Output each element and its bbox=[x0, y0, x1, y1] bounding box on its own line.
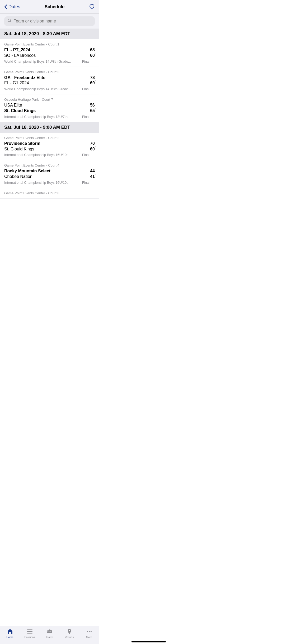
score1-2: 78 bbox=[90, 75, 95, 81]
team2-name-4: St. Clould Kings bbox=[4, 146, 68, 152]
game-status-2: Final bbox=[82, 87, 89, 91]
game-venue-5: Game Point Events Center - Court 4 bbox=[4, 163, 95, 167]
section-header-2: Sat. Jul 18, 2020 - 9:00 AM EDT bbox=[0, 122, 99, 133]
team2-name-1: SO - LA Broncos bbox=[4, 53, 68, 58]
game-status-1: Final bbox=[82, 59, 89, 63]
score1-1: 68 bbox=[90, 47, 95, 53]
game-division-1: World Championship Boys 14U/8th Grade... bbox=[4, 59, 82, 63]
content-scroll: Sat. Jul 18, 2020 - 8:30 AM EDT Game Poi… bbox=[0, 29, 99, 225]
game-division-3: International Championship Boys 13U/7th.… bbox=[4, 115, 82, 119]
score1-3: 56 bbox=[90, 103, 95, 108]
game-status-5: Final bbox=[82, 181, 89, 185]
game-teams-2: GA - Freebandz Elite FL - G1 2024 bbox=[4, 75, 84, 86]
team2-name-3: St. Cloud Kings bbox=[4, 108, 68, 114]
game-scores-2: 78 69 bbox=[84, 75, 95, 86]
score1-5: 44 bbox=[90, 168, 95, 174]
score2-1: 60 bbox=[90, 53, 95, 58]
game-scores-3: 56 65 bbox=[84, 103, 95, 114]
game-teams-5: Rocky Mountain Select Chobee Nation bbox=[4, 168, 84, 180]
game-card-4[interactable]: Game Point Events Center - Court 2 Provi… bbox=[0, 133, 99, 160]
section-header-1: Sat. Jul 18, 2020 - 8:30 AM EDT bbox=[0, 29, 99, 39]
team2-name-5: Chobee Nation bbox=[4, 174, 68, 180]
game-card-5[interactable]: Game Point Events Center - Court 4 Rocky… bbox=[0, 160, 99, 188]
game-card-2[interactable]: Game Point Events Center - Court 3 GA - … bbox=[0, 67, 99, 95]
chevron-icon-5: › bbox=[95, 172, 96, 176]
game-status-4: Final bbox=[82, 153, 89, 157]
game-card-3[interactable]: Osceola Heritage Park - Court 7 USA Elit… bbox=[0, 94, 99, 122]
game-venue-2: Game Point Events Center - Court 3 bbox=[4, 70, 95, 74]
game-venue-1: Game Point Events Center - Court 1 bbox=[4, 42, 95, 46]
team1-name-4: Providence Storm bbox=[4, 141, 68, 146]
game-scores-4: 70 60 bbox=[84, 141, 95, 152]
game-card-6[interactable]: Game Point Events Center - Court 8 bbox=[0, 188, 99, 199]
search-input-wrapper[interactable] bbox=[4, 16, 95, 26]
team1-name-5: Rocky Mountain Select bbox=[4, 168, 68, 174]
game-teams-1: FL - PT_2024 SO - LA Broncos bbox=[4, 47, 84, 58]
search-icon bbox=[7, 19, 12, 24]
team1-name-2: GA - Freebandz Elite bbox=[4, 75, 68, 81]
team2-name-2: FL - G1 2024 bbox=[4, 80, 68, 86]
game-card-1[interactable]: Game Point Events Center - Court 1 FL - … bbox=[0, 39, 99, 67]
chevron-icon-4: › bbox=[95, 144, 96, 149]
back-label: Dates bbox=[8, 4, 20, 10]
game-venue-6: Game Point Events Center - Court 8 bbox=[4, 191, 95, 195]
score2-4: 60 bbox=[90, 146, 95, 152]
page-title: Schedule bbox=[45, 4, 65, 10]
game-division-2: World Championship Boys 14U/8th Grade... bbox=[4, 87, 82, 91]
game-venue-3: Osceola Heritage Park - Court 7 bbox=[4, 98, 95, 102]
navigation-bar: Dates Schedule bbox=[0, 0, 99, 14]
game-teams-4: Providence Storm St. Clould Kings bbox=[4, 141, 84, 152]
search-bar bbox=[0, 14, 99, 29]
game-scores-1: 68 60 bbox=[84, 47, 95, 58]
chevron-icon-3: › bbox=[95, 106, 96, 111]
game-division-5: International Championship Boys 16U/10t.… bbox=[4, 181, 82, 185]
score1-4: 70 bbox=[90, 141, 95, 146]
refresh-button[interactable] bbox=[89, 3, 95, 10]
game-scores-5: 44 41 bbox=[84, 168, 95, 180]
chevron-icon-2: › bbox=[95, 78, 96, 83]
score2-5: 41 bbox=[90, 174, 95, 180]
back-button[interactable]: Dates bbox=[4, 4, 20, 10]
score2-3: 65 bbox=[90, 108, 95, 114]
game-division-4: International Championship Boys 16U/10t.… bbox=[4, 153, 82, 157]
team1-name-1: FL - PT_2024 bbox=[4, 47, 68, 53]
team1-name-3: USA Elite bbox=[4, 103, 68, 108]
score2-2: 69 bbox=[90, 80, 95, 86]
game-venue-4: Game Point Events Center - Court 2 bbox=[4, 136, 95, 140]
search-input[interactable] bbox=[14, 19, 92, 24]
chevron-icon-1: › bbox=[95, 50, 96, 55]
game-status-3: Final bbox=[82, 115, 89, 119]
game-teams-3: USA Elite St. Cloud Kings bbox=[4, 103, 84, 114]
